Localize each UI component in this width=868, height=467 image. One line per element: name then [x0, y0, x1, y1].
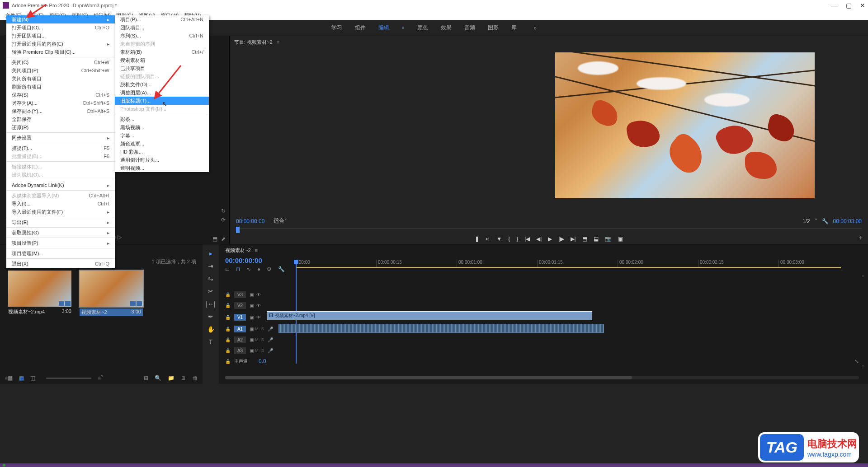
- menu-item[interactable]: 还原(R): [6, 123, 115, 131]
- slip-tool-icon[interactable]: |↔|: [206, 300, 215, 308]
- menu-item[interactable]: 团队项目...: [115, 23, 209, 32]
- menu-item[interactable]: 保存(S)Ctrl+S: [6, 91, 115, 99]
- program-tab-menu-icon[interactable]: ≡: [277, 39, 279, 45]
- menu-item[interactable]: 已共享项目: [115, 64, 209, 72]
- tab-learn[interactable]: 学习: [331, 24, 342, 32]
- menu-item[interactable]: HD 彩条...: [115, 148, 209, 156]
- menu-item[interactable]: 素材箱(B)Ctrl+/: [115, 48, 209, 56]
- lift-icon[interactable]: ⬒: [582, 236, 587, 242]
- program-ruler[interactable]: [236, 229, 862, 232]
- resolution-dropdown-icon[interactable]: ˅: [815, 218, 817, 224]
- settings-icon[interactable]: ⚙: [267, 266, 272, 272]
- button-editor-icon[interactable]: +: [859, 234, 863, 241]
- program-monitor[interactable]: [555, 52, 815, 198]
- video-track[interactable]: 🔒V1▣👁🎞 视频素材~2.mp4 [V]: [225, 311, 859, 323]
- video-track[interactable]: 🔒V2▣👁: [225, 300, 859, 310]
- play-icon[interactable]: ▶: [548, 236, 552, 242]
- menu-item[interactable]: 关闭项目(P)Ctrl+Shift+W: [6, 66, 115, 75]
- menu-item[interactable]: 打开项目(O)...Ctrl+O: [6, 23, 115, 32]
- extract-icon[interactable]: ⬓: [594, 236, 599, 242]
- markers-icon[interactable]: ●: [257, 266, 260, 272]
- menu-item[interactable]: 颜色遮罩...: [115, 140, 209, 148]
- menu-item[interactable]: Adobe Dynamic Link(K)▸: [6, 181, 115, 189]
- menu-item[interactable]: 批量捕捉(B)...F6: [6, 152, 115, 160]
- menu-item[interactable]: 打开最近使用的内容(E)▸: [6, 40, 115, 48]
- clip-item[interactable]: 视频素材~23:00: [80, 271, 143, 316]
- razor-tool-icon[interactable]: ✂: [208, 288, 213, 295]
- zoom-dropdown-icon[interactable]: ˅: [284, 218, 287, 224]
- menu-item[interactable]: 字幕...: [115, 131, 209, 140]
- go-to-out-icon[interactable]: }: [516, 236, 518, 242]
- menu-item[interactable]: 链接媒体(L)...: [6, 163, 115, 171]
- new-item-icon[interactable]: 🗎: [181, 375, 186, 381]
- menu-item[interactable]: 搜索素材箱: [115, 56, 209, 64]
- ripple-edit-tool-icon[interactable]: ⇆: [208, 275, 213, 282]
- audio-track[interactable]: 🔒A2▣MS🎤: [225, 335, 859, 345]
- menu-item[interactable]: 关闭所有项目: [6, 75, 115, 83]
- export-frame-icon[interactable]: ↻: [221, 208, 226, 214]
- type-tool-icon[interactable]: T: [209, 338, 213, 346]
- menu-item[interactable]: 通用倒计时片头...: [115, 156, 209, 164]
- resolution[interactable]: 1/2: [802, 218, 810, 224]
- menu-item[interactable]: 调整图层(A)...: [115, 89, 209, 97]
- menu-item[interactable]: 打开团队项目...: [6, 32, 115, 40]
- minimize-icon[interactable]: —: [831, 2, 838, 9]
- video-track[interactable]: 🔒V3▣👁: [225, 290, 859, 299]
- tab-assembly[interactable]: 组件: [355, 24, 366, 32]
- delete-icon[interactable]: 🗑: [193, 375, 198, 381]
- menu-item[interactable]: 项目管理(M)...: [6, 249, 115, 257]
- menu-item[interactable]: 同步设置▸: [6, 134, 115, 142]
- master-track[interactable]: 🔒主声道0.0⤡: [225, 356, 859, 366]
- zoom-fit[interactable]: 适合: [274, 217, 284, 225]
- sort-icon[interactable]: ≡˅: [98, 375, 104, 381]
- menu-item[interactable]: 转换 Premiere Clip 项目(C)...: [6, 48, 115, 56]
- auto-sequence-icon[interactable]: ⊞: [144, 375, 148, 381]
- menu-item[interactable]: 黑场视频...: [115, 123, 209, 131]
- selection-tool-icon[interactable]: ▸: [209, 250, 212, 257]
- icon-view-icon[interactable]: ▦: [19, 375, 24, 381]
- tab-edit[interactable]: 编辑: [378, 24, 389, 32]
- thumb-size-slider[interactable]: [46, 378, 91, 379]
- track-select-tool-icon[interactable]: ⇥: [208, 262, 213, 270]
- insert-icon[interactable]: ⬒: [212, 236, 217, 242]
- go-next-icon[interactable]: ▶|: [571, 236, 576, 242]
- tab-effects[interactable]: 效果: [441, 24, 452, 32]
- program-tab-label[interactable]: 节目: 视频素材~2: [234, 39, 273, 45]
- tab-color[interactable]: 颜色: [417, 24, 428, 32]
- program-timecode-left[interactable]: 00:00:00:00: [236, 218, 264, 224]
- menu-item[interactable]: 从媒体浏览器导入(M)Ctrl+Alt+I: [6, 191, 115, 200]
- snap-icon[interactable]: ⊓: [236, 266, 240, 272]
- linked-selection-icon[interactable]: ∿: [246, 266, 251, 272]
- list-view-icon[interactable]: ≡▦: [5, 375, 13, 381]
- tab-graphics[interactable]: 图形: [488, 24, 499, 32]
- tab-menu-icon[interactable]: ≡: [402, 25, 405, 30]
- audio-track[interactable]: 🔒A3▣MS🎤: [225, 346, 859, 355]
- menu-item[interactable]: 导出(E)▸: [6, 218, 115, 226]
- wrench-icon[interactable]: 🔧: [278, 266, 285, 272]
- menu-item[interactable]: 链接的团队项目...: [115, 72, 209, 80]
- timeline-clip-audio[interactable]: [278, 324, 604, 333]
- step-back-icon[interactable]: |◀: [524, 236, 530, 242]
- pen-tool-icon[interactable]: ✒: [208, 313, 213, 320]
- menu-item[interactable]: Photoshop 文件(H)...: [115, 105, 209, 113]
- maximize-icon[interactable]: ▢: [846, 2, 852, 9]
- menu-item[interactable]: 新建(N)▸: [6, 15, 115, 23]
- menu-item[interactable]: 设为脱机(O)...: [6, 171, 115, 179]
- timeline-tab[interactable]: 视频素材~2: [225, 248, 251, 253]
- menu-item[interactable]: 导入(I)...Ctrl+I: [6, 200, 115, 208]
- menu-item[interactable]: 彩条...: [115, 115, 209, 123]
- go-to-in-icon[interactable]: {: [508, 236, 510, 242]
- mark-in-icon[interactable]: ❚: [475, 236, 479, 242]
- new-bin-icon[interactable]: 📁: [168, 375, 175, 381]
- menu-item[interactable]: 获取属性(G)▸: [6, 229, 115, 237]
- wrench-icon[interactable]: 🔧: [822, 218, 829, 224]
- audio-track[interactable]: 🔒A1▣MS🎤: [225, 324, 859, 334]
- menu-item[interactable]: 退出(X)Ctrl+Q: [6, 260, 115, 268]
- menu-item[interactable]: 保存副本(Y)...Ctrl+Alt+S: [6, 107, 115, 115]
- menu-item[interactable]: 旧版标题(T)...: [115, 97, 209, 105]
- loop-icon[interactable]: ⟳: [221, 217, 226, 223]
- find-icon[interactable]: 🔍: [155, 375, 161, 381]
- comparison-icon[interactable]: ▣: [618, 236, 623, 242]
- menu-item[interactable]: 序列(S)...Ctrl+N: [115, 32, 209, 40]
- work-area-bar[interactable]: [296, 267, 841, 268]
